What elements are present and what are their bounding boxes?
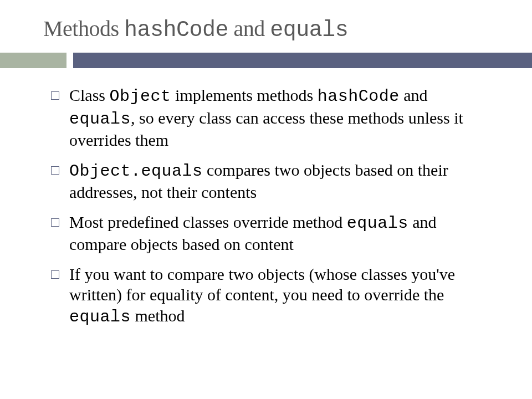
title-mid: and bbox=[228, 16, 270, 41]
bullet-text: Most predefined classes override method … bbox=[69, 212, 492, 255]
bullet-text: Class Object implements methods hashCode… bbox=[69, 85, 492, 151]
title-code-equals: equals bbox=[270, 18, 348, 43]
body-text: method bbox=[131, 306, 185, 325]
bullet-item: Class Object implements methods hashCode… bbox=[51, 85, 492, 151]
body-text: Class bbox=[69, 86, 110, 104]
code-text: Object bbox=[110, 87, 171, 106]
bullet-square-icon bbox=[51, 166, 59, 175]
code-text: hashCode bbox=[318, 87, 400, 106]
divider-gap bbox=[66, 53, 73, 68]
bullet-square-icon bbox=[51, 270, 59, 279]
divider-main bbox=[73, 53, 532, 68]
title-divider bbox=[0, 53, 532, 68]
bullet-square-icon bbox=[51, 218, 59, 227]
slide-title: Methods hashCode and equals bbox=[43, 16, 532, 43]
body-text: Most predefined classes override method bbox=[69, 213, 347, 231]
bullet-square-icon bbox=[51, 91, 59, 100]
bullet-item: Most predefined classes override method … bbox=[51, 212, 492, 255]
bullet-text: Object.equals compares two objects based… bbox=[69, 160, 492, 203]
title-code-hashcode: hashCode bbox=[124, 18, 228, 43]
body-text: If you want to compare two objects (whos… bbox=[69, 265, 455, 304]
title-prefix: Methods bbox=[43, 16, 124, 41]
bullet-text: If you want to compare two objects (whos… bbox=[69, 264, 492, 328]
slide-content: Class Object implements methods hashCode… bbox=[0, 68, 532, 328]
bullet-item: If you want to compare two objects (whos… bbox=[51, 264, 492, 328]
divider-accent bbox=[0, 53, 66, 68]
code-text: equals bbox=[347, 214, 408, 233]
code-text: Object.equals bbox=[69, 162, 203, 181]
body-text: and bbox=[400, 86, 428, 104]
slide-title-area: Methods hashCode and equals bbox=[0, 0, 532, 53]
code-text: equals bbox=[69, 308, 131, 326]
body-text: implements methods bbox=[171, 86, 318, 104]
bullet-item: Object.equals compares two objects based… bbox=[51, 160, 492, 203]
code-text: equals bbox=[69, 110, 131, 129]
